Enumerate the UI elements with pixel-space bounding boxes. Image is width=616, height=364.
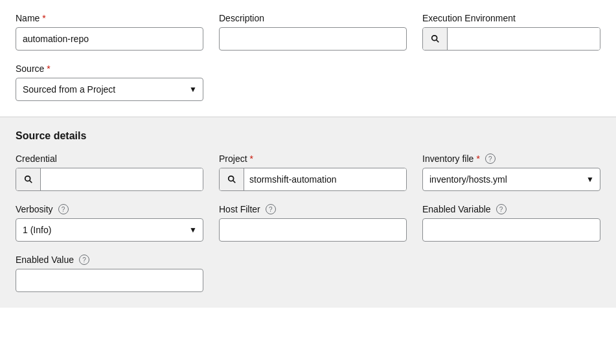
project-group: Project *: [219, 154, 407, 191]
hostfilter-input[interactable]: [219, 218, 407, 242]
top-form-section: Name * Description Execution Environment: [0, 0, 616, 117]
verbosity-label: Verbosity ?: [16, 204, 203, 214]
project-label: Project *: [219, 154, 407, 164]
enabledval-label: Enabled Value ?: [16, 255, 203, 265]
source-select-wrapper: Sourced from a ProjectAmazon EC2Google C…: [16, 78, 203, 101]
svg-line-5: [233, 181, 235, 183]
project-search-input[interactable]: [244, 168, 406, 190]
svg-point-2: [25, 176, 30, 181]
hostfilter-help-icon[interactable]: ?: [266, 204, 276, 214]
verbosity-help-icon[interactable]: ?: [58, 204, 69, 214]
details-third-row: Enabled Value ?: [16, 255, 600, 292]
verbosity-select-wrapper: 0 (Warning)1 (Info)2 (Debug)3 (Debug+)4 …: [16, 218, 203, 242]
enabledval-help-icon[interactable]: ?: [79, 255, 89, 265]
project-search-icon: [227, 175, 236, 184]
execution-label: Execution Environment: [422, 13, 600, 23]
source-details-title: Source details: [16, 130, 600, 142]
verbosity-group: Verbosity ? 0 (Warning)1 (Info)2 (Debug)…: [16, 204, 203, 242]
inventory-label: Inventory file * ?: [422, 154, 600, 164]
description-label: Description: [219, 13, 407, 23]
svg-line-3: [29, 181, 32, 183]
enabledval-input[interactable]: [16, 269, 203, 292]
hostfilter-group: Host Filter ?: [219, 204, 407, 242]
source-required: *: [47, 63, 50, 74]
source-details-section: Source details Credential Project: [0, 117, 616, 308]
inventory-group: Inventory file * ? inventory/hosts.ymlho…: [422, 154, 600, 191]
credential-label: Credential: [16, 154, 203, 164]
name-required: *: [42, 13, 45, 23]
name-group: Name *: [16, 13, 203, 51]
execution-group: Execution Environment: [422, 13, 600, 51]
credential-group: Credential: [16, 154, 203, 191]
inventory-required: *: [476, 154, 479, 164]
source-group: Source * Sourced from a ProjectAmazon EC…: [16, 63, 203, 101]
source-label: Source *: [16, 63, 203, 74]
execution-search-input[interactable]: [448, 28, 600, 50]
inventory-select[interactable]: inventory/hosts.ymlhostshosts.yaml: [422, 168, 600, 191]
credential-search-button[interactable]: [16, 168, 41, 190]
first-row: Name * Description Execution Environment: [16, 13, 600, 51]
enabledvar-input[interactable]: [422, 218, 600, 242]
svg-line-1: [436, 40, 439, 43]
second-row: Source * Sourced from a ProjectAmazon EC…: [16, 63, 600, 101]
source-select[interactable]: Sourced from a ProjectAmazon EC2Google C…: [16, 78, 203, 101]
verbosity-select[interactable]: 0 (Warning)1 (Info)2 (Debug)3 (Debug+)4 …: [16, 218, 203, 242]
inventory-help-icon[interactable]: ?: [485, 154, 496, 164]
enabledvar-help-icon[interactable]: ?: [496, 204, 507, 214]
credential-search-icon: [24, 175, 33, 184]
svg-point-0: [431, 36, 437, 41]
enabledvar-group: Enabled Variable ?: [422, 204, 600, 242]
execution-input-wrapper: [422, 27, 600, 51]
project-search-button[interactable]: [220, 168, 244, 190]
credential-input-wrapper: [16, 168, 203, 191]
enabledvar-label: Enabled Variable ?: [422, 204, 600, 214]
svg-point-4: [228, 176, 233, 181]
credential-search-input[interactable]: [41, 168, 203, 190]
details-second-row: Verbosity ? 0 (Warning)1 (Info)2 (Debug)…: [16, 204, 600, 242]
hostfilter-label: Host Filter ?: [219, 204, 407, 214]
description-input[interactable]: [219, 27, 407, 51]
project-required: *: [250, 154, 253, 164]
project-input-wrapper: [219, 168, 407, 191]
enabledval-group: Enabled Value ?: [16, 255, 203, 292]
inventory-select-wrapper: inventory/hosts.ymlhostshosts.yaml ▼: [422, 168, 600, 191]
execution-search-icon: [431, 34, 440, 43]
execution-search-button[interactable]: [423, 28, 448, 50]
details-first-row: Credential Project *: [16, 154, 600, 191]
description-group: Description: [219, 13, 407, 51]
name-input[interactable]: [16, 27, 203, 51]
name-label: Name *: [16, 13, 203, 23]
